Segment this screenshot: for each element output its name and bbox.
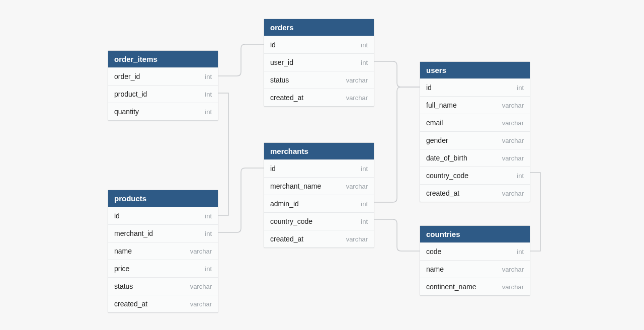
field-name: code [426, 248, 441, 256]
field-type: varchar [502, 119, 524, 127]
field-row[interactable]: name varchar [420, 260, 530, 278]
field-name: country_code [426, 172, 468, 180]
relation-edge[interactable] [374, 61, 420, 87]
field-row[interactable]: created_at varchar [264, 89, 374, 106]
table-header[interactable]: order_items [108, 51, 218, 67]
table-users[interactable]: users id int full_name varchar email var… [420, 61, 530, 202]
field-row[interactable]: admin_id int [264, 195, 374, 212]
field-row[interactable]: id int [264, 36, 374, 53]
relation-edge[interactable] [218, 44, 264, 76]
table-header[interactable]: orders [264, 19, 374, 36]
field-type: int [517, 84, 524, 92]
field-name: product_id [114, 90, 147, 98]
field-name: date_of_birth [426, 154, 467, 162]
field-row[interactable]: status varchar [108, 277, 218, 295]
field-name: name [426, 265, 444, 273]
relation-edge[interactable] [218, 168, 264, 232]
field-type: int [361, 59, 368, 66]
field-row[interactable]: price int [108, 260, 218, 277]
table-orders[interactable]: orders id int user_id int status varchar… [264, 19, 374, 107]
table-order-items[interactable]: order_items order_id int product_id int … [108, 50, 218, 121]
field-row[interactable]: date_of_birth varchar [420, 149, 530, 167]
field-row[interactable]: id int [108, 207, 218, 224]
field-type: int [205, 212, 212, 220]
field-name: merchant_name [270, 182, 321, 190]
field-name: full_name [426, 101, 457, 109]
field-type: varchar [502, 137, 524, 144]
field-row[interactable]: user_id int [264, 53, 374, 71]
field-type: varchar [190, 248, 212, 255]
field-type: varchar [190, 283, 212, 290]
field-name: id [270, 41, 276, 49]
field-name: admin_id [270, 200, 299, 208]
field-row[interactable]: product_id int [108, 85, 218, 103]
field-row[interactable]: country_code int [420, 167, 530, 184]
field-row[interactable]: full_name varchar [420, 96, 530, 114]
field-type: varchar [346, 235, 368, 243]
table-header[interactable]: users [420, 62, 530, 78]
field-type: int [205, 91, 212, 98]
field-type: varchar [346, 94, 368, 102]
field-row[interactable]: created_at varchar [264, 230, 374, 248]
relation-edge[interactable] [374, 87, 420, 202]
table-products[interactable]: products id int merchant_id int name var… [108, 190, 218, 313]
field-row[interactable]: created_at varchar [420, 184, 530, 202]
field-row[interactable]: country_code int [264, 212, 374, 230]
field-name: created_at [114, 300, 147, 308]
field-type: int [205, 230, 212, 237]
field-row[interactable]: id int [264, 159, 374, 177]
field-row[interactable]: order_id int [108, 67, 218, 85]
field-name: id [426, 84, 432, 92]
field-name: status [270, 76, 289, 84]
field-row[interactable]: merchant_id int [108, 224, 218, 242]
field-row[interactable]: gender varchar [420, 131, 530, 149]
field-name: quantity [114, 108, 139, 116]
field-name: gender [426, 136, 448, 144]
field-name: id [114, 212, 120, 220]
field-type: varchar [502, 266, 524, 273]
field-name: created_at [426, 189, 459, 197]
field-type: varchar [502, 190, 524, 197]
field-row[interactable]: status varchar [264, 71, 374, 89]
field-row[interactable]: continent_name varchar [420, 278, 530, 295]
field-name: price [114, 265, 129, 273]
field-name: merchant_id [114, 229, 153, 237]
field-row[interactable]: email varchar [420, 114, 530, 131]
field-type: varchar [502, 154, 524, 162]
field-type: int [517, 248, 524, 256]
field-name: created_at [270, 235, 303, 243]
field-name: continent_name [426, 283, 476, 291]
er-diagram-canvas: order_items order_id int product_id int … [0, 0, 644, 330]
table-merchants[interactable]: merchants id int merchant_name varchar a… [264, 142, 374, 248]
relation-edge[interactable] [374, 219, 420, 251]
field-type: int [205, 73, 212, 80]
field-type: int [361, 218, 368, 225]
field-type: int [205, 108, 212, 116]
field-type: varchar [346, 76, 368, 84]
table-header[interactable]: merchants [264, 143, 374, 159]
field-row[interactable]: id int [420, 78, 530, 96]
field-type: varchar [502, 102, 524, 109]
relation-edge[interactable] [218, 93, 228, 215]
table-countries[interactable]: countries code int name varchar continen… [420, 225, 530, 296]
field-row[interactable]: quantity int [108, 103, 218, 120]
field-name: email [426, 119, 443, 127]
field-row[interactable]: merchant_name varchar [264, 177, 374, 195]
field-row[interactable]: created_at varchar [108, 295, 218, 312]
field-row[interactable]: name varchar [108, 242, 218, 260]
field-name: country_code [270, 217, 312, 225]
field-type: int [517, 172, 524, 180]
field-type: int [361, 165, 368, 173]
field-row[interactable]: code int [420, 242, 530, 260]
field-type: varchar [502, 283, 524, 291]
table-header[interactable]: countries [420, 226, 530, 242]
relation-edge[interactable] [530, 173, 540, 251]
field-name: order_id [114, 72, 140, 80]
field-type: varchar [346, 183, 368, 190]
field-name: user_id [270, 58, 293, 66]
field-type: int [361, 41, 368, 49]
field-name: created_at [270, 94, 303, 102]
field-name: status [114, 282, 133, 290]
field-name: id [270, 164, 276, 173]
table-header[interactable]: products [108, 190, 218, 207]
